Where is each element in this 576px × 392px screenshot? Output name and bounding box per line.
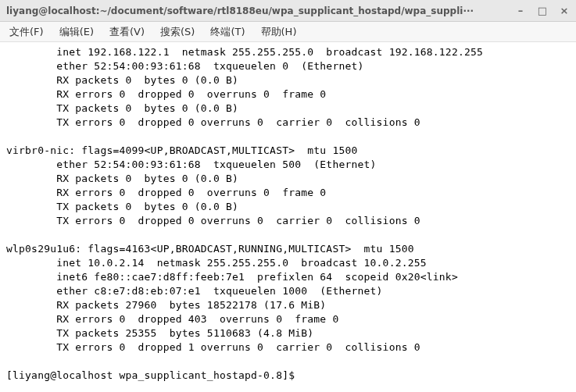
menu-file[interactable]: 文件(F) — [6, 23, 47, 41]
terminal-output[interactable]: inet 192.168.122.1 netmask 255.255.255.0… — [0, 42, 576, 386]
menu-help[interactable]: 帮助(H) — [258, 23, 300, 41]
menu-search[interactable]: 搜索(S) — [157, 23, 198, 41]
maximize-icon[interactable]: □ — [537, 5, 548, 16]
window-titlebar: liyang@localhost:~/document/software/rtl… — [0, 0, 576, 22]
close-icon[interactable]: × — [559, 5, 570, 16]
minimize-icon[interactable]: – — [515, 5, 526, 16]
menu-view[interactable]: 查看(V) — [106, 23, 148, 41]
menubar: 文件(F) 编辑(E) 查看(V) 搜索(S) 终端(T) 帮助(H) — [0, 22, 576, 42]
window-controls: – □ × — [515, 5, 570, 16]
window-title: liyang@localhost:~/document/software/rtl… — [6, 5, 515, 16]
menu-edit[interactable]: 编辑(E) — [56, 23, 97, 41]
menu-terminal[interactable]: 终端(T) — [207, 23, 248, 41]
